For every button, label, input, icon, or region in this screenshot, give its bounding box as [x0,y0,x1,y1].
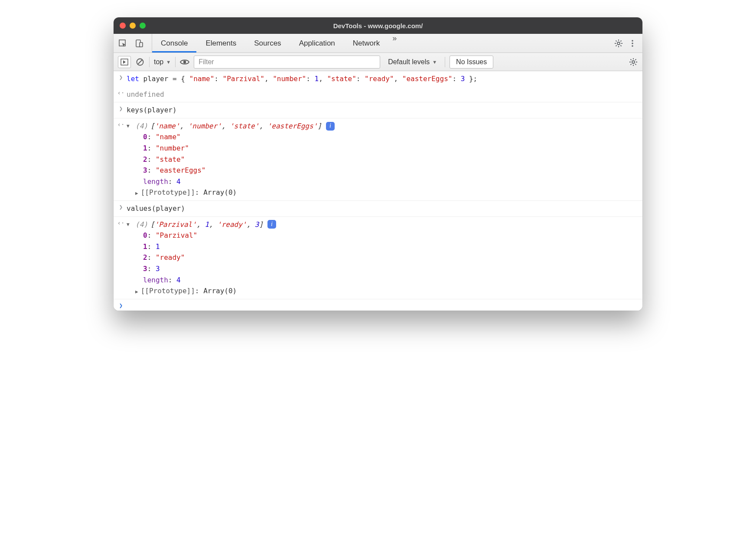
console-toolbar: top ▼ Default levels ▼ No Issues [114,53,642,71]
array-entry[interactable]: 3: 3 [143,263,639,275]
tab-network[interactable]: Network [344,34,389,52]
array-entry[interactable]: 1: "number" [143,143,639,154]
array-prototype[interactable]: ▶[[Prototype]]: Array(0) [135,187,639,198]
console-result-row: ‹· ▼ (4) ['name', 'number', 'state', 'ea… [114,118,642,201]
svg-line-17 [138,60,142,64]
array-length: length: 4 [143,275,639,286]
array-summary[interactable]: ▼ (4) ['Parzival', 1, 'ready', 3] i [127,219,639,230]
tab-application[interactable]: Application [290,34,344,52]
tab-sources[interactable]: Sources [245,34,290,52]
code-line[interactable]: keys(player) [126,104,642,116]
more-tabs-button[interactable]: » [389,34,400,52]
issues-button[interactable]: No Issues [450,56,493,69]
svg-line-8 [616,40,617,41]
tabs: Console Elements Sources Application Net… [152,34,389,52]
array-entry[interactable]: 1: 1 [143,241,639,252]
prompt-arrow-icon: ❯ [116,301,126,309]
tabs-row: Console Elements Sources Application Net… [114,34,642,53]
array-entries: 0: "Parzival"1: 12: "ready"3: 3length: 4… [127,230,639,297]
console-result-row: ‹· ▼ (4) ['Parzival', 1, 'ready', 3] i 0… [114,217,642,299]
array-preview: ['Parzival', 1, 'ready', 3] [150,219,263,230]
window-title: DevTools - www.google.com/ [114,22,642,29]
array-entry[interactable]: 2: "ready" [143,252,639,263]
chevron-down-icon: ▼ [166,59,171,65]
chevron-down-icon: ▼ [432,59,437,65]
info-icon[interactable]: i [326,122,335,131]
array-preview: ['name', 'number', 'state', 'easterEggs'… [150,121,322,132]
toggle-sidebar-icon[interactable] [118,56,131,68]
console-input-row: ❯ values(player) [114,201,642,217]
console-input-row: ❯ keys(player) [114,102,642,118]
input-arrow-icon: ❯ [116,73,126,81]
live-expression-icon[interactable] [180,57,189,67]
minimize-button[interactable] [130,23,136,29]
filter-input[interactable] [194,56,380,69]
levels-label: Default levels [388,58,430,66]
context-label: top [154,58,163,66]
array-result: ▼ (4) ['Parzival', 1, 'ready', 3] i 0: "… [126,219,642,297]
divider [149,57,150,67]
inspect-icon[interactable] [118,39,127,48]
code-line[interactable]: values(player) [126,203,642,215]
output-arrow-icon: ‹· [116,88,126,96]
tab-console[interactable]: Console [152,34,197,52]
expand-toggle-icon[interactable]: ▼ [127,221,133,229]
console-result-row: ‹· undefined [114,87,642,103]
array-prototype[interactable]: ▶[[Prototype]]: Array(0) [135,285,639,297]
expand-toggle-icon[interactable]: ▶ [135,190,138,196]
input-arrow-icon: ❯ [116,104,126,112]
svg-line-26 [631,64,632,65]
window-controls [120,23,146,29]
gear-icon[interactable] [614,39,623,48]
result-value: undefined [126,88,642,101]
array-entry[interactable]: 0: "Parzival" [143,230,639,241]
info-icon[interactable]: i [267,220,276,229]
tab-label: Sources [254,39,281,48]
svg-point-19 [632,61,635,63]
gear-icon[interactable] [629,57,638,67]
tab-label: Network [353,39,380,48]
log-levels-selector[interactable]: Default levels ▼ [385,58,440,66]
tab-label: Application [299,39,335,48]
array-count: (4) [135,121,148,132]
array-entry[interactable]: 3: "easterEggs" [143,165,639,176]
device-toggle-icon[interactable] [134,39,144,48]
expand-toggle-icon[interactable]: ▶ [135,289,138,295]
svg-rect-2 [140,43,143,47]
array-summary[interactable]: ▼ (4) ['name', 'number', 'state', 'easte… [127,121,639,132]
svg-line-25 [635,64,636,65]
svg-point-12 [632,40,633,42]
console-body: ❯ let player = { "name": "Parzival", "nu… [114,71,642,311]
array-result: ▼ (4) ['name', 'number', 'state', 'easte… [126,120,642,199]
array-count: (4) [135,219,148,230]
divider [175,57,176,67]
context-selector[interactable]: top ▼ [154,58,171,66]
array-entry[interactable]: 0: "name" [143,131,639,143]
maximize-button[interactable] [140,23,146,29]
expand-toggle-icon[interactable]: ▼ [127,122,133,130]
array-length: length: 4 [143,176,639,187]
code-line[interactable]: let player = { "name": "Parzival", "numb… [126,73,642,85]
svg-point-3 [617,42,620,45]
devtools-window: DevTools - www.google.com/ Console Eleme… [114,17,642,311]
titlebar: DevTools - www.google.com/ [114,17,642,34]
tabs-right [614,34,640,52]
svg-line-24 [631,59,632,60]
clear-console-icon[interactable] [135,57,145,67]
close-button[interactable] [120,23,126,29]
input-arrow-icon: ❯ [116,203,126,210]
prompt-input[interactable] [126,301,642,302]
tab-elements[interactable]: Elements [197,34,245,52]
tab-label: Console [161,39,188,48]
tab-label: Elements [205,39,236,48]
array-entry[interactable]: 2: "state" [143,154,639,165]
console-input-row: ❯ let player = { "name": "Parzival", "nu… [114,71,642,87]
svg-line-27 [635,59,636,60]
svg-line-10 [616,45,617,46]
more-menu-icon[interactable] [628,39,637,48]
output-arrow-icon: ‹· [116,219,126,226]
divider [445,57,445,67]
svg-point-18 [183,60,186,63]
console-prompt-row[interactable]: ❯ [114,299,642,311]
array-entries: 0: "name"1: "number"2: "state"3: "easter… [127,131,639,198]
